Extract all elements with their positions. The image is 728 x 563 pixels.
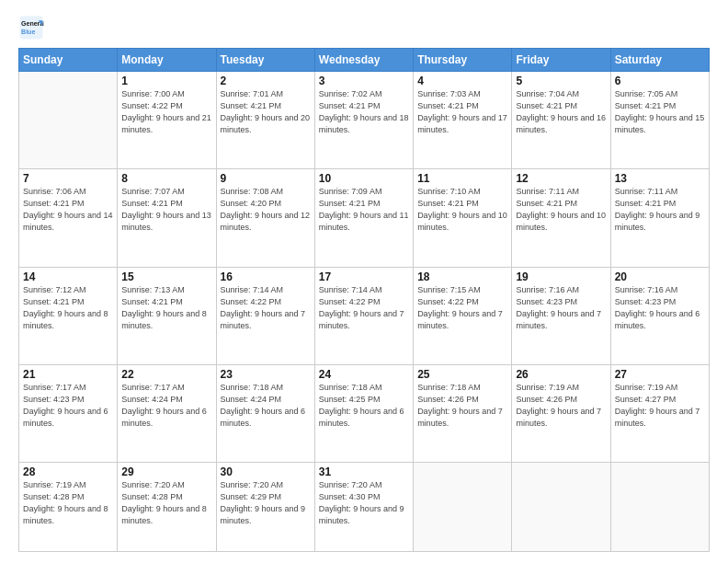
day-number: 12 xyxy=(516,172,606,185)
day-number: 3 xyxy=(319,75,409,87)
calendar-cell: 6Sunrise: 7:05 AMSunset: 4:21 PMDaylight… xyxy=(610,72,709,169)
day-number: 14 xyxy=(23,270,113,283)
day-number: 4 xyxy=(417,75,507,87)
day-number: 1 xyxy=(121,75,211,87)
day-info: Sunrise: 7:05 AMSunset: 4:21 PMDaylight:… xyxy=(615,88,705,136)
weekday-header: Tuesday xyxy=(216,49,314,72)
day-info: Sunrise: 7:13 AMSunset: 4:21 PMDaylight:… xyxy=(121,284,211,332)
calendar-cell: 3Sunrise: 7:02 AMSunset: 4:21 PMDaylight… xyxy=(314,72,413,169)
calendar-cell: 24Sunrise: 7:18 AMSunset: 4:25 PMDayligh… xyxy=(314,364,413,462)
calendar-cell: 29Sunrise: 7:20 AMSunset: 4:28 PMDayligh… xyxy=(118,463,216,552)
logo: General Blue xyxy=(18,15,44,40)
day-number: 20 xyxy=(615,270,705,283)
calendar-cell: 25Sunrise: 7:18 AMSunset: 4:26 PMDayligh… xyxy=(414,364,512,462)
day-number: 5 xyxy=(516,75,606,87)
weekday-header: Wednesday xyxy=(314,49,413,72)
day-info: Sunrise: 7:19 AMSunset: 4:27 PMDaylight:… xyxy=(615,382,705,430)
day-number: 27 xyxy=(615,368,705,381)
day-number: 23 xyxy=(221,368,311,381)
calendar-cell xyxy=(19,72,118,169)
day-number: 18 xyxy=(417,270,507,283)
calendar-cell xyxy=(610,463,709,552)
calendar-week-row: 28Sunrise: 7:19 AMSunset: 4:28 PMDayligh… xyxy=(19,463,710,552)
day-info: Sunrise: 7:00 AMSunset: 4:22 PMDaylight:… xyxy=(121,88,211,136)
day-number: 8 xyxy=(121,172,211,185)
calendar-cell: 20Sunrise: 7:16 AMSunset: 4:23 PMDayligh… xyxy=(610,267,709,364)
day-number: 9 xyxy=(221,172,311,185)
day-info: Sunrise: 7:18 AMSunset: 4:25 PMDaylight:… xyxy=(319,382,409,430)
calendar-cell: 7Sunrise: 7:06 AMSunset: 4:21 PMDaylight… xyxy=(19,169,118,267)
weekday-header: Saturday xyxy=(610,49,709,72)
calendar-cell: 5Sunrise: 7:04 AMSunset: 4:21 PMDaylight… xyxy=(512,72,610,169)
day-info: Sunrise: 7:18 AMSunset: 4:26 PMDaylight:… xyxy=(417,382,507,430)
day-number: 11 xyxy=(417,172,507,185)
calendar-header-row: SundayMondayTuesdayWednesdayThursdayFrid… xyxy=(19,49,710,72)
day-info: Sunrise: 7:07 AMSunset: 4:21 PMDaylight:… xyxy=(121,186,211,234)
day-number: 31 xyxy=(319,465,409,478)
day-number: 19 xyxy=(516,270,606,283)
day-number: 15 xyxy=(121,270,211,283)
calendar-cell: 26Sunrise: 7:19 AMSunset: 4:26 PMDayligh… xyxy=(512,364,610,462)
day-info: Sunrise: 7:18 AMSunset: 4:24 PMDaylight:… xyxy=(221,382,311,430)
svg-text:Blue: Blue xyxy=(21,29,35,35)
day-info: Sunrise: 7:06 AMSunset: 4:21 PMDaylight:… xyxy=(23,186,113,234)
day-info: Sunrise: 7:14 AMSunset: 4:22 PMDaylight:… xyxy=(319,284,409,332)
calendar-week-row: 14Sunrise: 7:12 AMSunset: 4:21 PMDayligh… xyxy=(19,267,710,364)
svg-rect-0 xyxy=(20,17,43,40)
day-number: 6 xyxy=(615,75,705,87)
weekday-header: Friday xyxy=(512,49,610,72)
day-info: Sunrise: 7:12 AMSunset: 4:21 PMDaylight:… xyxy=(23,284,113,332)
calendar-cell: 4Sunrise: 7:03 AMSunset: 4:21 PMDaylight… xyxy=(414,72,512,169)
day-info: Sunrise: 7:08 AMSunset: 4:20 PMDaylight:… xyxy=(221,186,311,234)
day-number: 2 xyxy=(221,75,311,87)
calendar-week-row: 21Sunrise: 7:17 AMSunset: 4:23 PMDayligh… xyxy=(19,364,710,462)
day-info: Sunrise: 7:10 AMSunset: 4:21 PMDaylight:… xyxy=(417,186,507,234)
calendar-week-row: 1Sunrise: 7:00 AMSunset: 4:22 PMDaylight… xyxy=(19,72,710,169)
calendar-cell: 18Sunrise: 7:15 AMSunset: 4:22 PMDayligh… xyxy=(414,267,512,364)
day-number: 22 xyxy=(121,368,211,381)
day-info: Sunrise: 7:16 AMSunset: 4:23 PMDaylight:… xyxy=(615,284,705,332)
calendar-cell: 30Sunrise: 7:20 AMSunset: 4:29 PMDayligh… xyxy=(216,463,314,552)
calendar-cell: 17Sunrise: 7:14 AMSunset: 4:22 PMDayligh… xyxy=(314,267,413,364)
day-info: Sunrise: 7:17 AMSunset: 4:23 PMDaylight:… xyxy=(23,382,113,430)
day-number: 7 xyxy=(23,172,113,185)
calendar-cell xyxy=(512,463,610,552)
calendar-cell: 14Sunrise: 7:12 AMSunset: 4:21 PMDayligh… xyxy=(19,267,118,364)
day-number: 30 xyxy=(221,465,311,478)
day-number: 26 xyxy=(516,368,606,381)
day-number: 29 xyxy=(121,465,211,478)
calendar-cell: 22Sunrise: 7:17 AMSunset: 4:24 PMDayligh… xyxy=(118,364,216,462)
calendar-table: SundayMondayTuesdayWednesdayThursdayFrid… xyxy=(18,48,710,552)
calendar-cell: 23Sunrise: 7:18 AMSunset: 4:24 PMDayligh… xyxy=(216,364,314,462)
weekday-header: Thursday xyxy=(414,49,512,72)
day-info: Sunrise: 7:19 AMSunset: 4:28 PMDaylight:… xyxy=(23,479,113,527)
page: General Blue SundayMondayTuesdayWednesda… xyxy=(0,0,728,563)
weekday-header: Monday xyxy=(118,49,216,72)
calendar-cell: 12Sunrise: 7:11 AMSunset: 4:21 PMDayligh… xyxy=(512,169,610,267)
day-info: Sunrise: 7:20 AMSunset: 4:28 PMDaylight:… xyxy=(121,479,211,527)
day-info: Sunrise: 7:03 AMSunset: 4:21 PMDaylight:… xyxy=(417,88,507,136)
day-info: Sunrise: 7:04 AMSunset: 4:21 PMDaylight:… xyxy=(516,88,606,136)
day-number: 24 xyxy=(319,368,409,381)
calendar-week-row: 7Sunrise: 7:06 AMSunset: 4:21 PMDaylight… xyxy=(19,169,710,267)
day-number: 13 xyxy=(615,172,705,185)
day-info: Sunrise: 7:11 AMSunset: 4:21 PMDaylight:… xyxy=(615,186,705,234)
day-info: Sunrise: 7:09 AMSunset: 4:21 PMDaylight:… xyxy=(319,186,409,234)
day-number: 16 xyxy=(221,270,311,283)
day-number: 10 xyxy=(319,172,409,185)
calendar-cell: 27Sunrise: 7:19 AMSunset: 4:27 PMDayligh… xyxy=(610,364,709,462)
calendar-cell: 8Sunrise: 7:07 AMSunset: 4:21 PMDaylight… xyxy=(118,169,216,267)
weekday-header: Sunday xyxy=(19,49,118,72)
day-info: Sunrise: 7:14 AMSunset: 4:22 PMDaylight:… xyxy=(221,284,311,332)
day-number: 28 xyxy=(23,465,113,478)
calendar-cell: 13Sunrise: 7:11 AMSunset: 4:21 PMDayligh… xyxy=(610,169,709,267)
day-info: Sunrise: 7:02 AMSunset: 4:21 PMDaylight:… xyxy=(319,88,409,136)
calendar-cell: 10Sunrise: 7:09 AMSunset: 4:21 PMDayligh… xyxy=(314,169,413,267)
calendar-cell: 21Sunrise: 7:17 AMSunset: 4:23 PMDayligh… xyxy=(19,364,118,462)
day-info: Sunrise: 7:15 AMSunset: 4:22 PMDaylight:… xyxy=(417,284,507,332)
calendar-cell: 15Sunrise: 7:13 AMSunset: 4:21 PMDayligh… xyxy=(118,267,216,364)
day-info: Sunrise: 7:20 AMSunset: 4:30 PMDaylight:… xyxy=(319,479,409,527)
calendar-cell: 9Sunrise: 7:08 AMSunset: 4:20 PMDaylight… xyxy=(216,169,314,267)
calendar-cell: 19Sunrise: 7:16 AMSunset: 4:23 PMDayligh… xyxy=(512,267,610,364)
day-info: Sunrise: 7:20 AMSunset: 4:29 PMDaylight:… xyxy=(221,479,311,527)
